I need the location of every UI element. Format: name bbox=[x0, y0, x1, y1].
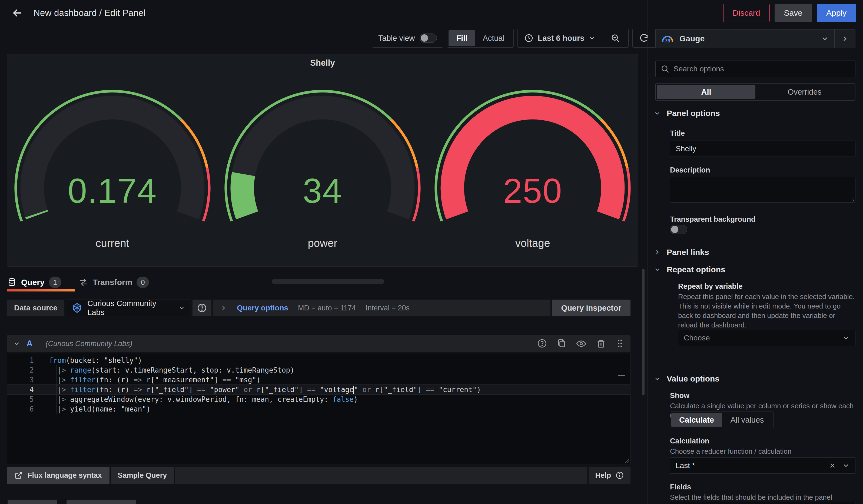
chevron-right-icon bbox=[220, 304, 227, 312]
calculation-desc: Choose a reducer function / calculation bbox=[670, 447, 854, 456]
gauges-row: 0.174 current 34 power 250 voltage bbox=[7, 86, 638, 264]
transparent-bg-toggle[interactable] bbox=[670, 225, 687, 234]
chevron-down-icon bbox=[842, 334, 850, 342]
options-filter-tabs: All Overrides bbox=[655, 83, 855, 101]
gauge-current: 0.174 current bbox=[7, 86, 217, 264]
calculate-segment[interactable]: Calculate bbox=[671, 413, 722, 427]
code-line[interactable]: 6 |> yield(name: "mean") bbox=[7, 404, 630, 414]
description-textarea[interactable] bbox=[670, 177, 855, 202]
chevron-down-icon bbox=[654, 375, 661, 382]
query-row-header[interactable]: A (Curious Community Labs) bbox=[7, 335, 630, 352]
divider bbox=[654, 370, 855, 370]
tab-all[interactable]: All bbox=[657, 85, 755, 99]
query-footer: Flux language syntax Sample Query Help bbox=[7, 467, 630, 484]
drag-handle-icon[interactable] bbox=[615, 338, 625, 349]
table-view-control: Table view bbox=[372, 29, 443, 48]
chevron-down-icon bbox=[178, 304, 185, 312]
query-options-bar: Query options MD = auto = 1174 Interval … bbox=[213, 300, 550, 316]
help-label: Help bbox=[595, 471, 611, 480]
calculation-value: Last * bbox=[676, 461, 695, 470]
chevron-down-icon bbox=[589, 35, 596, 42]
external-link-icon bbox=[15, 471, 23, 479]
gauge-value: 0.174 bbox=[7, 171, 217, 211]
add-query-button-clipped[interactable] bbox=[8, 500, 57, 504]
tab-overrides[interactable]: Overrides bbox=[755, 85, 854, 99]
fill-segment[interactable]: Fill bbox=[449, 30, 475, 46]
svg-text:79: 79 bbox=[665, 38, 670, 43]
section-title: Repeat options bbox=[667, 265, 725, 274]
hide-response-eye-icon[interactable] bbox=[576, 338, 587, 349]
pane-resize-handle[interactable] bbox=[272, 279, 384, 284]
chevron-down-icon bbox=[654, 110, 661, 117]
flux-code: 1from(bucket: "shelly")2 |> range(start:… bbox=[7, 353, 630, 414]
repeat-by-variable-label: Repeat by variable bbox=[678, 282, 743, 291]
select-placeholder: Choose bbox=[684, 333, 710, 342]
gauge-panel: Shelly 0.174 current 34 power 250 voltag… bbox=[7, 54, 638, 267]
panel-title: Shelly bbox=[7, 58, 638, 68]
interval-stat: Interval = 20s bbox=[365, 304, 410, 312]
zoom-out-button[interactable] bbox=[602, 29, 628, 47]
all-values-segment[interactable]: All values bbox=[722, 413, 773, 427]
time-range-label: Last 6 hours bbox=[538, 34, 584, 43]
options-search[interactable] bbox=[655, 61, 855, 77]
gauge-viz-icon: 79 bbox=[661, 33, 675, 45]
actual-segment[interactable]: Actual bbox=[475, 30, 512, 46]
chevron-down-icon bbox=[821, 35, 829, 43]
collapse-pane-chevron-right[interactable] bbox=[835, 35, 855, 43]
code-line[interactable]: 1from(bucket: "shelly") bbox=[7, 355, 630, 365]
gauge-voltage: 250 voltage bbox=[428, 86, 638, 264]
repeat-by-variable-desc: Repeat this panel for each value in the … bbox=[678, 292, 855, 330]
section-panel-options[interactable]: Panel options bbox=[654, 109, 720, 118]
add-expression-button-clipped[interactable] bbox=[66, 500, 136, 504]
show-label: Show bbox=[670, 391, 689, 400]
visualization-picker[interactable]: 79 Gauge bbox=[655, 29, 855, 48]
code-line[interactable]: 4 |> filter(fn: (r) => r["_field"] == "p… bbox=[7, 385, 630, 394]
scrollbar[interactable] bbox=[642, 269, 645, 395]
datasource-select[interactable]: Curious Community Labs bbox=[66, 300, 191, 316]
calculation-select[interactable]: Last * bbox=[670, 457, 855, 474]
discard-button[interactable]: Discard bbox=[723, 4, 770, 22]
apply-button[interactable]: Apply bbox=[817, 4, 856, 22]
back-arrow-icon[interactable] bbox=[10, 5, 25, 21]
bottom-pane-tabs: Query 1 Transform 0 bbox=[7, 275, 149, 290]
sample-query-button[interactable]: Sample Query bbox=[111, 467, 174, 484]
textarea-resize-grip[interactable] bbox=[850, 197, 854, 201]
calculation-label: Calculation bbox=[670, 437, 710, 445]
table-view-toggle[interactable] bbox=[420, 34, 437, 43]
panel-title-input[interactable]: Shelly bbox=[670, 141, 855, 157]
tab-transform-label: Transform bbox=[93, 278, 133, 287]
flux-syntax-button[interactable]: Flux language syntax bbox=[7, 467, 110, 484]
section-value-options[interactable]: Value options bbox=[654, 374, 720, 383]
tab-transform[interactable]: Transform 0 bbox=[79, 277, 149, 288]
sample-query-label: Sample Query bbox=[118, 471, 167, 480]
code-line[interactable]: 3 |> filter(fn: (r) => r["_measurement"]… bbox=[7, 375, 630, 385]
time-range-picker[interactable]: Last 6 hours bbox=[518, 29, 602, 47]
view-controls: Table view Fill Actual Last 6 hours bbox=[372, 29, 655, 48]
editor-resize-grip[interactable] bbox=[624, 458, 629, 463]
repeat-variable-select[interactable]: Choose bbox=[678, 330, 855, 346]
clear-x-icon[interactable] bbox=[829, 462, 836, 469]
chevron-down-icon[interactable] bbox=[842, 462, 850, 469]
section-repeat-options[interactable]: Repeat options bbox=[654, 265, 725, 274]
table-view-label: Table view bbox=[378, 34, 415, 43]
code-line[interactable]: 2 |> range(start: v.timeRangeStart, stop… bbox=[7, 365, 630, 375]
options-sidebar: 79 Gauge All Overrides Panel options Tit… bbox=[648, 26, 863, 504]
query-help-icon[interactable] bbox=[537, 338, 547, 349]
top-navbar: New dashboard / Edit Panel Discard Save … bbox=[0, 0, 863, 26]
section-panel-links[interactable]: Panel links bbox=[654, 248, 709, 257]
tab-query[interactable]: Query 1 bbox=[7, 277, 61, 288]
search-input[interactable] bbox=[674, 65, 850, 73]
query-datasource-hint: (Curious Community Labs) bbox=[46, 340, 132, 348]
datasource-help-button[interactable] bbox=[192, 300, 211, 316]
flux-code-editor[interactable]: 1from(bucket: "shelly")2 |> range(start:… bbox=[7, 353, 630, 464]
code-line[interactable]: 5 |> aggregateWindow(every: v.windowPeri… bbox=[7, 394, 630, 404]
duplicate-query-icon[interactable] bbox=[556, 338, 567, 349]
help-button[interactable]: Help bbox=[589, 467, 630, 484]
query-options-link[interactable]: Query options bbox=[237, 304, 288, 312]
fill-actual-segmented: Fill Actual bbox=[447, 29, 514, 48]
remove-query-trash-icon[interactable] bbox=[596, 338, 606, 349]
gauge-power: 34 power bbox=[217, 86, 427, 264]
fields-select-clipped[interactable] bbox=[670, 502, 855, 504]
query-inspector-button[interactable]: Query inspector bbox=[552, 300, 630, 316]
save-button[interactable]: Save bbox=[775, 4, 812, 22]
